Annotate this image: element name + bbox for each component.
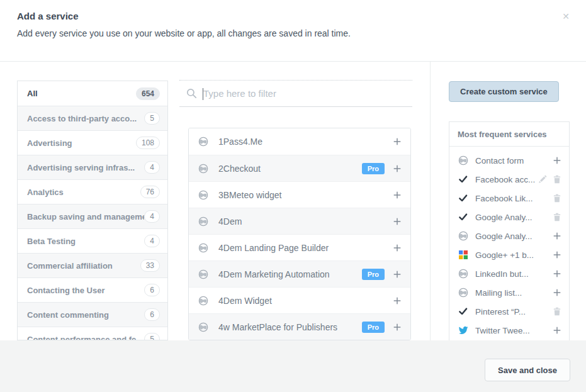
save-and-close-button[interactable]: Save and close bbox=[485, 359, 570, 381]
globe-icon bbox=[198, 137, 208, 147]
twitter-icon bbox=[458, 325, 468, 335]
add-service-icon[interactable] bbox=[393, 191, 401, 199]
item-actions bbox=[553, 307, 561, 316]
category-item[interactable]: All 654 bbox=[18, 81, 167, 106]
category-count-badge: 5 bbox=[144, 112, 160, 125]
text-caret bbox=[203, 88, 203, 100]
category-count-badge: 654 bbox=[136, 87, 160, 100]
category-label: All bbox=[27, 89, 136, 98]
add-service-icon[interactable] bbox=[393, 244, 401, 252]
service-row[interactable]: 4Dem bbox=[189, 208, 410, 234]
add-service-icon[interactable] bbox=[393, 297, 401, 305]
category-count-badge: 33 bbox=[140, 259, 160, 272]
frequent-service-label: Facebook Lik... bbox=[475, 194, 553, 203]
service-row[interactable]: 4w MarketPlace for Publishers Pro bbox=[189, 313, 410, 340]
category-label: Backup saving and management bbox=[27, 212, 144, 221]
category-label: Commercial affiliation bbox=[27, 261, 140, 271]
add-icon[interactable] bbox=[553, 157, 561, 164]
category-item[interactable]: Beta Testing 4 bbox=[18, 228, 167, 253]
trash-icon[interactable] bbox=[553, 175, 561, 184]
add-icon[interactable] bbox=[553, 232, 561, 240]
category-item[interactable]: Backup saving and management 4 bbox=[18, 204, 167, 228]
pro-badge: Pro bbox=[362, 269, 385, 280]
trash-icon[interactable] bbox=[553, 213, 561, 221]
frequent-service-item: Mailing list... bbox=[449, 283, 569, 302]
category-count-badge: 5 bbox=[144, 333, 160, 340]
service-row[interactable]: 4Dem Landing Page Builder bbox=[189, 234, 410, 260]
googleplus-icon bbox=[458, 250, 468, 260]
add-service-icon[interactable] bbox=[393, 138, 401, 145]
frequent-service-label: Facebook acc... bbox=[475, 175, 538, 184]
globe-icon bbox=[198, 296, 208, 306]
service-row[interactable]: 4Dem Marketing Automation Pro bbox=[189, 260, 410, 287]
category-count-badge: 76 bbox=[140, 186, 160, 198]
frequent-service-item: Pinterest “P... bbox=[449, 302, 569, 321]
check-icon bbox=[458, 307, 468, 316]
category-item[interactable]: Advertising serving infras... 4 bbox=[18, 155, 167, 179]
category-item[interactable]: Content commenting 6 bbox=[18, 302, 167, 327]
globe-icon bbox=[458, 231, 468, 241]
service-name: 4Dem Marketing Automation bbox=[218, 269, 362, 279]
frequent-service-item: Google Analy... bbox=[449, 208, 569, 227]
frequent-service-label: LinkedIn but... bbox=[475, 269, 553, 279]
add-icon[interactable] bbox=[553, 270, 561, 277]
category-item[interactable]: Advertising 108 bbox=[18, 130, 167, 155]
frequent-service-label: Twitter Twee... bbox=[475, 326, 553, 335]
pencil-icon[interactable] bbox=[538, 175, 547, 184]
add-icon[interactable] bbox=[553, 327, 561, 334]
service-row[interactable]: 4Dem Widget bbox=[189, 287, 410, 313]
category-count-badge: 4 bbox=[144, 161, 160, 174]
category-count-badge: 6 bbox=[144, 308, 160, 321]
add-icon[interactable] bbox=[553, 251, 561, 259]
item-actions bbox=[553, 327, 561, 334]
frequent-services-panel: Most frequent services Contact form Face… bbox=[449, 121, 570, 340]
add-icon[interactable] bbox=[553, 289, 561, 296]
category-label: Contacting the User bbox=[27, 286, 144, 295]
trash-icon[interactable] bbox=[553, 194, 561, 203]
frequent-service-item: Facebook Lik... bbox=[449, 189, 569, 208]
item-actions bbox=[538, 175, 561, 184]
service-name: 4Dem Widget bbox=[218, 296, 393, 306]
add-service-icon[interactable] bbox=[393, 165, 401, 172]
modal-header: Add a service Add every service you use … bbox=[0, 0, 586, 62]
category-item[interactable]: Content performance and fe... 5 bbox=[18, 327, 167, 340]
pro-badge: Pro bbox=[362, 322, 385, 333]
trash-icon[interactable] bbox=[553, 307, 561, 316]
category-item[interactable]: Contacting the User 6 bbox=[18, 277, 167, 302]
service-row[interactable]: 2Checkout Pro bbox=[189, 155, 410, 181]
frequent-services-list: Contact form Facebook acc... Facebook Li… bbox=[449, 147, 569, 340]
item-actions bbox=[553, 194, 561, 203]
add-service-icon[interactable] bbox=[393, 271, 401, 278]
vertical-divider bbox=[430, 62, 431, 340]
create-custom-service-button[interactable]: Create custom service bbox=[449, 81, 559, 102]
category-label: Advertising serving infras... bbox=[27, 163, 144, 172]
service-row[interactable]: 1Pass4.Me bbox=[189, 128, 410, 155]
globe-icon bbox=[198, 322, 208, 332]
frequent-service-label: Pinterest “P... bbox=[475, 307, 553, 316]
add-service-icon[interactable] bbox=[393, 323, 401, 331]
service-name: 4Dem bbox=[218, 216, 393, 227]
close-icon[interactable]: ✕ bbox=[562, 12, 570, 21]
service-name: 2Checkout bbox=[218, 164, 362, 174]
category-item[interactable]: Commercial affiliation 33 bbox=[18, 253, 167, 277]
service-name: 4w MarketPlace for Publishers bbox=[218, 322, 362, 332]
category-label: Analytics bbox=[27, 188, 140, 197]
add-service-icon[interactable] bbox=[393, 218, 401, 225]
modal-footer: Save and close bbox=[0, 340, 586, 392]
category-item[interactable]: Analytics 76 bbox=[18, 179, 167, 204]
service-row[interactable]: 3BMeteo widget bbox=[189, 181, 410, 208]
globe-icon bbox=[198, 243, 208, 253]
frequent-service-label: Google Analy... bbox=[475, 232, 553, 241]
item-actions bbox=[553, 213, 561, 221]
check-icon bbox=[458, 175, 468, 184]
item-actions bbox=[553, 251, 561, 259]
frequent-service-item: Google Analy... bbox=[449, 227, 569, 245]
category-label: Content commenting bbox=[27, 310, 144, 320]
globe-icon bbox=[458, 155, 468, 165]
frequent-service-item: Facebook acc... bbox=[449, 170, 569, 189]
service-name: 4Dem Landing Page Builder bbox=[218, 243, 393, 253]
category-count-badge: 108 bbox=[136, 137, 160, 149]
item-actions bbox=[553, 289, 561, 296]
category-item[interactable]: Access to third-party acco... 5 bbox=[18, 106, 167, 130]
search-input[interactable] bbox=[203, 88, 392, 99]
